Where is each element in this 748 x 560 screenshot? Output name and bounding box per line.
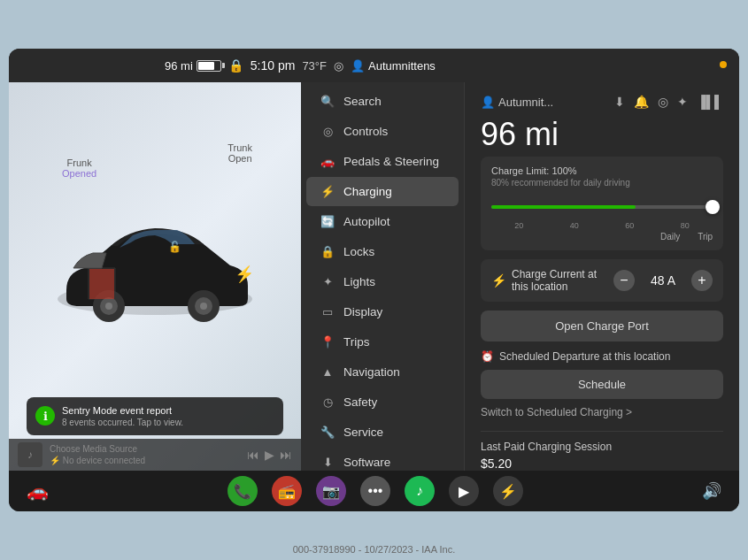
media-controls[interactable]: ⏮ ▶ ⏭ [247, 448, 292, 462]
media-bar: ♪ Choose Media Source ⚡ No device connec… [9, 439, 301, 471]
autopilot-icon: 🔄 [320, 215, 335, 228]
last-paid-section: Last Paid Charging Session $5.20 El Port… [481, 431, 723, 471]
car-home-icon[interactable]: 🚗 [27, 480, 49, 502]
last-paid-title: Last Paid Charging Session [481, 441, 723, 453]
camera-button[interactable]: 📷 [316, 476, 346, 506]
nav-item-charging[interactable]: ⚡ Charging [306, 177, 459, 206]
scheduled-title: ⏰ Scheduled Departure at this location [481, 350, 723, 363]
slider-fill [491, 205, 636, 209]
nav-label-navigation: Navigation [343, 365, 400, 379]
nav-item-pedals[interactable]: 🚗 Pedals & Steering [306, 147, 459, 176]
charge-slider-container[interactable] [491, 195, 713, 219]
panel-top: 👤 Autumnit... ⬇ 🔔 ◎ ✦ ▐▌▌ [481, 95, 723, 109]
increase-current-button[interactable]: + [691, 270, 713, 291]
charge-limit-section: Charge Limit: 100% 80% recommended for d… [481, 157, 723, 250]
top-panel-icons: ⬇ 🔔 ◎ ✦ ▐▌▌ [614, 95, 723, 109]
user-avatar-icon: 👤 [481, 96, 495, 109]
spotify-button[interactable]: ♪ [405, 476, 435, 506]
status-bar-left: 96 mi 🔒 5:10 pm 73°F ◎ 👤 Autumnittens [165, 58, 436, 73]
main-content: Frunk Opened Trunk Open [9, 82, 739, 471]
nav-item-software[interactable]: ⬇ Software [306, 448, 459, 471]
service-icon: 🔧 [320, 426, 335, 439]
status-bar: 96 mi 🔒 5:10 pm 73°F ◎ 👤 Autumnittens [9, 49, 739, 82]
wifi-icon: ◎ [334, 59, 343, 73]
watermark: 000-37918990 - 10/27/2023 - IAA Inc. [0, 544, 748, 555]
media-button[interactable]: 📻 [272, 476, 302, 506]
notification-dot [720, 61, 727, 68]
svg-point-7 [200, 303, 207, 310]
taskbar-center: 📞 📻 📷 ••• ♪ ▶ ⚡ [227, 476, 523, 506]
car-svg-area: ⚡ 🔓 [27, 127, 283, 400]
bluetooth-button[interactable]: ⚡ [493, 476, 523, 506]
nav-label-trips: Trips [343, 335, 370, 349]
slider-tags: Daily Trip [491, 232, 713, 242]
switch-charging-link[interactable]: Switch to Scheduled Charging > [481, 406, 723, 418]
taskbar-left: 🚗 [27, 480, 49, 502]
sentry-text: Sentry Mode event report 8 events occurr… [62, 404, 183, 428]
svg-text:⚡: ⚡ [235, 265, 255, 284]
sentry-banner[interactable]: ℹ Sentry Mode event report 8 events occu… [27, 397, 283, 435]
more-apps-button[interactable]: ••• [360, 476, 390, 506]
nav-label-software: Software [343, 456, 390, 469]
nav-label-controls: Controls [343, 125, 388, 138]
status-time: 5:10 pm [251, 58, 296, 73]
charge-current-label: ⚡ Charge Current at this location [491, 268, 613, 293]
nav-item-navigation[interactable]: ▲ Navigation [306, 357, 459, 387]
phone-button[interactable]: 📞 [227, 476, 258, 506]
charge-current-section: ⚡ Charge Current at this location − 48 A… [481, 259, 723, 302]
locks-icon: 🔒 [320, 245, 335, 258]
charge-current-controls: − 48 A + [613, 270, 713, 291]
slider-thumb[interactable] [706, 200, 720, 214]
bell-icon: 🔔 [634, 95, 649, 109]
main-frame: 96 mi 🔒 5:10 pm 73°F ◎ 👤 Autumnittens Fr… [9, 49, 739, 511]
software-icon: ⬇ [320, 456, 335, 469]
nav-item-controls[interactable]: ◎ Controls [306, 117, 459, 146]
user-name: 👤 Autumnit... [481, 96, 553, 109]
slider-labels: 20 40 60 80 [491, 221, 713, 230]
media-source-icon: ♪ [18, 442, 42, 467]
user-icon: 👤 [351, 59, 365, 73]
nav-label-service: Service [343, 426, 383, 439]
battery-label: 96 mi [165, 59, 193, 73]
nav-item-safety[interactable]: ◷ Safety [306, 387, 459, 417]
nav-label-lights: Lights [343, 275, 375, 288]
nav-item-service[interactable]: 🔧 Service [306, 418, 459, 447]
charge-current-icon: ⚡ [491, 273, 506, 288]
prev-track-icon[interactable]: ⏮ [247, 448, 259, 462]
lights-icon: ✦ [320, 275, 335, 288]
nav-item-trips[interactable]: 📍 Trips [306, 327, 459, 357]
charge-limit-label: Charge Limit: 100% [491, 165, 713, 176]
charge-current-value: 48 A [645, 273, 681, 288]
charging-panel: 👤 Autumnit... ⬇ 🔔 ◎ ✦ ▐▌▌ 96 mi Charge L… [465, 82, 739, 471]
nav-item-locks[interactable]: 🔒 Locks [306, 237, 459, 266]
navigation-icon: ▲ [320, 365, 335, 379]
decrease-current-button[interactable]: − [613, 270, 635, 291]
svg-text:🔓: 🔓 [168, 240, 181, 253]
media-info: Choose Media Source ⚡ No device connecte… [50, 443, 240, 466]
download-icon: ⬇ [614, 95, 625, 109]
last-paid-amount: $5.20 [481, 456, 723, 471]
taskbar-right: 🔊 [702, 481, 721, 501]
next-track-icon[interactable]: ⏭ [280, 448, 292, 462]
nav-label-safety: Safety [343, 395, 377, 409]
nav-item-lights[interactable]: ✦ Lights [306, 267, 459, 296]
nav-label-search: Search [343, 95, 382, 108]
nav-item-display[interactable]: ▭ Display [306, 297, 459, 326]
schedule-button[interactable]: Schedule [481, 370, 723, 399]
scheduled-departure-section: ⏰ Scheduled Departure at this location S… [481, 350, 723, 418]
nav-item-search[interactable]: 🔍 Search [306, 87, 459, 116]
wifi-panel-icon: ◎ [658, 95, 668, 109]
volume-icon[interactable]: 🔊 [702, 481, 721, 501]
open-charge-port-button[interactable]: Open Charge Port [481, 311, 723, 341]
brightness-icon: ✦ [677, 95, 688, 109]
lock-icon: 🔒 [228, 58, 243, 73]
play-pause-icon[interactable]: ▶ [265, 448, 274, 462]
nav-menu: 🔍 Search ◎ Controls 🚗 Pedals & Steering … [301, 82, 465, 471]
trips-icon: 📍 [320, 335, 335, 349]
nav-item-autopilot[interactable]: 🔄 Autopilot [306, 207, 459, 236]
video-button[interactable]: ▶ [449, 476, 479, 506]
car-display: Frunk Opened Trunk Open [9, 82, 301, 471]
sentry-icon: ℹ [35, 406, 55, 426]
charging-nav-icon: ⚡ [320, 185, 335, 198]
nav-label-charging: Charging [343, 185, 392, 198]
